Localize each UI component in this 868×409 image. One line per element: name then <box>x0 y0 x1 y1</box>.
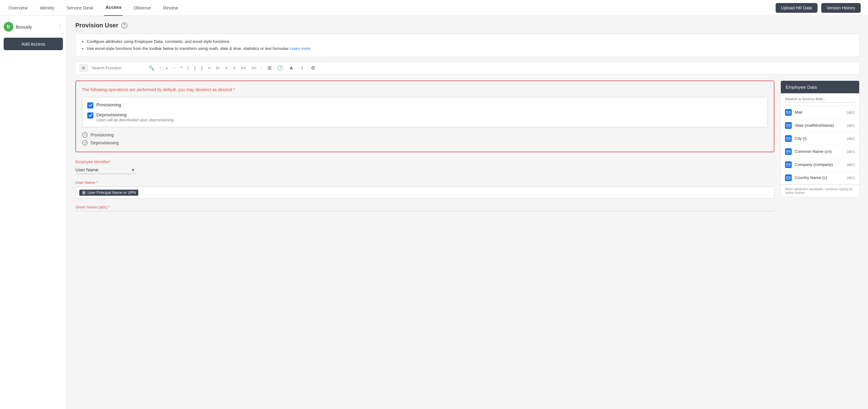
sidebar-header: b Bonusly ⋮ <box>4 21 63 33</box>
nav-actions: Upload HR Data Version History <box>776 3 861 13</box>
circle-deprovisioning-icon <box>82 140 88 146</box>
emp-item-alias[interactable]: Alias (mailNickName) (abc) <box>781 119 859 132</box>
given-name-label: Given Name (abc) * <box>75 205 110 209</box>
op-not-equals[interactable]: != <box>215 65 221 71</box>
op-greater[interactable]: > <box>224 65 229 71</box>
emp-item-cn[interactable]: Common Name (cn) (abc) <box>781 145 859 158</box>
provisioning-checkbox[interactable] <box>87 102 93 108</box>
nav-review[interactable]: Review <box>162 0 179 16</box>
op-plus[interactable]: + <box>164 65 169 71</box>
clock-icon[interactable]: 🕐 <box>276 64 284 72</box>
fx-badge: fx <box>79 64 88 72</box>
emp-country-type: (abc) <box>847 176 855 180</box>
emp-country-name: Country Name (c) <box>795 175 844 180</box>
emp-item-country[interactable]: Country Name (c) (abc) <box>781 171 859 184</box>
user-name-value-row[interactable]: User Principal Name or UPN <box>75 187 774 199</box>
info-icon[interactable]: i <box>298 64 306 72</box>
emp-mail-name: Mail <box>795 110 844 115</box>
emp-item-city-icon <box>785 135 792 142</box>
op-equals[interactable]: = <box>206 65 212 71</box>
emp-item-mail[interactable]: Mail (abc) <box>781 106 859 119</box>
learn-more-link[interactable]: Learn more <box>290 46 311 51</box>
info-box: Configure attributes using Employee Data… <box>75 34 860 57</box>
employee-data-header: Employee Data <box>781 81 859 93</box>
employee-data-list: Mail (abc) Alias (mailNickName) (abc) <box>781 106 859 184</box>
emp-mail-type: (abc) <box>847 110 855 115</box>
info-line-1: Configure attributes using Employee Data… <box>87 38 854 45</box>
function-icon[interactable]: ⚙ <box>309 64 317 72</box>
emp-item-city[interactable]: City (l) (abc) <box>781 132 859 145</box>
grid-icon[interactable]: ⊞ <box>265 64 274 72</box>
emp-item-mail-icon <box>785 109 792 116</box>
info-line-2: Use excel-style functions from the toolb… <box>87 45 854 52</box>
provisioning-row: Provisioning <box>87 102 763 108</box>
content-row: The following operations are performed b… <box>75 81 860 217</box>
circle-deprovisioning-label: Deprovisioning <box>91 140 119 145</box>
page-title: Provision User <box>75 22 118 29</box>
operations-label: The following operations are performed b… <box>82 87 768 92</box>
emp-item-alias-icon <box>785 122 792 129</box>
circle-deprovisioning: Deprovisioning <box>82 140 768 146</box>
page-title-row: Provision User ? <box>75 22 860 29</box>
search-icon: 🔍 <box>149 65 154 71</box>
upn-chip[interactable]: User Principal Name or UPN <box>79 190 138 196</box>
emp-item-company[interactable]: Company (company) (abc) <box>781 158 859 171</box>
op-close-paren[interactable]: ) <box>200 65 204 71</box>
brand: b Bonusly <box>4 22 32 32</box>
deprovisioning-checkbox[interactable] <box>87 113 93 119</box>
help-icon[interactable]: ? <box>121 23 127 29</box>
nav-overview[interactable]: Overview <box>7 0 29 16</box>
nav-identity[interactable]: Identity <box>39 0 56 16</box>
given-name-colon: : <box>773 205 774 210</box>
sidebar: b Bonusly ⋮ Add Access <box>0 16 67 409</box>
op-open-paren[interactable]: ( <box>193 65 197 71</box>
op-less-eq[interactable]: <= <box>240 65 247 71</box>
employee-data-footer: More attributes available, continue typi… <box>781 184 859 197</box>
operations-box: The following operations are performed b… <box>75 81 774 152</box>
search-underline <box>785 102 855 103</box>
emp-cn-type: (abc) <box>847 150 855 154</box>
operations-inner: Provisioning Deprovisioning U <box>82 97 768 127</box>
op-less[interactable]: < <box>231 65 237 71</box>
search-function-input[interactable] <box>91 66 146 70</box>
op-minus[interactable]: - <box>172 65 177 71</box>
emp-item-country-icon <box>785 175 792 181</box>
brand-name: Bonusly <box>16 24 32 29</box>
op-greater-eq[interactable]: >= <box>250 65 258 71</box>
op-multiply[interactable]: * <box>179 65 184 71</box>
circle-ops: Provisioning Deprovisioning <box>82 132 768 146</box>
emp-company-name: Company (company) <box>795 162 844 167</box>
main-content: Provision User ? Configure attributes us… <box>67 16 868 409</box>
user-name-label: User Name * <box>75 180 774 185</box>
kebab-menu-icon[interactable]: ⋮ <box>57 23 63 30</box>
user-name-group: User Name * User Principal Name or UPN <box>75 180 774 199</box>
nav-access[interactable]: Access <box>104 0 123 16</box>
nav-service-desk[interactable]: Service Desk <box>65 0 95 16</box>
circle-provisioning: Provisioning <box>82 132 768 138</box>
emp-city-type: (abc) <box>847 136 855 141</box>
emp-alias-type: (abc) <box>847 123 855 128</box>
text-icon[interactable]: A <box>287 64 296 72</box>
employee-identifier-select-wrap: User Name ▼ <box>75 166 136 174</box>
upload-hr-data-button[interactable]: Upload HR Data <box>776 3 817 13</box>
deprovisioning-sublabel: Users will be deactivated upon deprovisi… <box>96 118 175 122</box>
given-name-group: Given Name (abc) * : <box>75 205 774 211</box>
emp-alias-name: Alias (mailNickName) <box>795 123 844 128</box>
employee-data-search-input[interactable] <box>785 97 855 101</box>
layout: b Bonusly ⋮ Add Access Provision User ? … <box>0 16 868 409</box>
circle-provisioning-icon <box>82 132 88 138</box>
employee-identifier-label: Employee Identifier* <box>75 160 774 164</box>
deprovisioning-row: Deprovisioning Users will be deactivated… <box>87 112 763 122</box>
deprovisioning-label: Deprovisioning <box>96 112 175 117</box>
op-divide[interactable]: / <box>186 65 190 71</box>
employee-identifier-group: Employee Identifier* User Name ▼ <box>75 160 774 174</box>
employee-data-search <box>781 93 859 106</box>
employee-identifier-select[interactable]: User Name <box>75 166 136 174</box>
version-history-button[interactable]: Version History <box>821 3 861 13</box>
required-star: * <box>233 87 235 92</box>
add-access-button[interactable]: Add Access <box>4 38 63 50</box>
nav-observe[interactable]: Observe <box>132 0 152 16</box>
emp-company-type: (abc) <box>847 163 855 167</box>
emp-city-name: City (l) <box>795 136 844 141</box>
brand-logo: b <box>4 22 13 32</box>
